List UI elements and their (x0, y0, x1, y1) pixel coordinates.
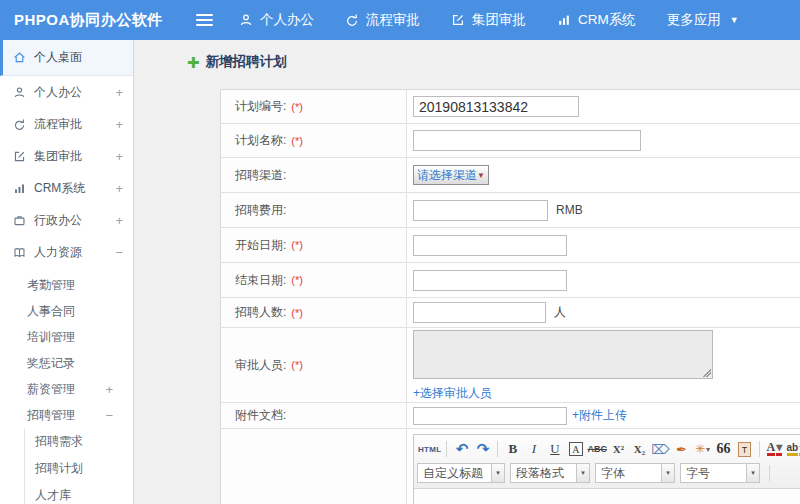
approvers-textarea[interactable] (413, 330, 713, 379)
highlight-color-button[interactable]: ab▾ (786, 440, 800, 459)
person-icon (239, 13, 253, 27)
form-row-plan-no: 计划编号: (*) (221, 90, 800, 124)
nav-crm-system[interactable]: CRM系统 (557, 11, 636, 29)
sidebar-item-training[interactable]: 培训管理 (0, 324, 133, 350)
expand-toggle[interactable]: + (105, 382, 113, 397)
undo-button[interactable]: ↶ (452, 440, 471, 459)
fee-unit: RMB (556, 203, 583, 217)
auto-typeset-button[interactable]: ✳▾ (693, 440, 712, 459)
editor-content-area[interactable] (414, 489, 800, 504)
sidebar-item-personal-office[interactable]: 个人办公 + (0, 76, 133, 108)
sidebar-item-crm[interactable]: CRM系统 + (0, 172, 133, 204)
font-family-dropdown[interactable]: 字体 ▾ (595, 463, 675, 483)
page-title: ✚ 新增招聘计划 (187, 53, 287, 71)
form-row-channel: 招聘渠道: 请选择渠道 ▼ (221, 158, 800, 193)
rich-text-editor: HTML ↶ ↷ B I U A ABC X² X₂ ⌦ (413, 434, 800, 504)
expand-toggle[interactable]: + (115, 181, 123, 196)
start-date-input[interactable] (413, 235, 567, 256)
nav-workflow-approval[interactable]: 流程审批 (345, 11, 420, 29)
form-row-plan-name: 计划名称: (*) (221, 124, 800, 158)
end-date-input[interactable] (413, 270, 567, 291)
plan-name-input[interactable] (413, 130, 641, 151)
required-mark: (*) (291, 239, 303, 251)
expand-toggle[interactable]: + (115, 85, 123, 100)
home-icon (13, 51, 26, 64)
chevron-down-icon: ▾ (491, 464, 504, 482)
sidebar-item-salary[interactable]: 薪资管理 + (0, 376, 133, 402)
form-row-end-date: 结束日期: (*) (221, 263, 800, 298)
top-nav: 个人办公 流程审批 集团审批 CRM系统 (239, 11, 770, 29)
sidebar-item-attendance[interactable]: 考勤管理 (0, 272, 133, 298)
sidebar-item-recruit-plan[interactable]: 招聘计划 (25, 455, 133, 482)
field-label: 招聘渠道: (235, 167, 286, 184)
workflow-icon (13, 118, 26, 131)
form-row-start-date: 开始日期: (*) (221, 228, 800, 263)
sidebar-item-recruitment[interactable]: 招聘管理 − (0, 402, 133, 428)
paragraph-format-dropdown[interactable]: 段落格式 ▾ (510, 463, 590, 483)
collapse-toggle[interactable]: − (115, 245, 123, 260)
underline-button[interactable]: U (545, 440, 564, 459)
app-logo: PHPOA协同办公软件 (0, 11, 182, 30)
required-mark: (*) (291, 101, 303, 113)
required-mark: (*) (291, 135, 303, 147)
edit-icon (13, 150, 26, 163)
sidebar-item-desktop[interactable]: 个人桌面 (0, 40, 133, 76)
hr-submenu: 考勤管理 人事合同 培训管理 奖惩记录 薪资管理 + 招聘管理 − 招聘需求 招… (0, 268, 133, 504)
sidebar-item-hr-contract[interactable]: 人事合同 (0, 298, 133, 324)
expand-toggle[interactable]: + (115, 117, 123, 132)
form-row-fee: 招聘费用: RMB (221, 193, 800, 228)
sidebar-item-group-approval[interactable]: 集团审批 + (0, 140, 133, 172)
field-label: 计划名称: (235, 132, 286, 149)
custom-title-dropdown[interactable]: 自定义标题 ▾ (417, 463, 505, 483)
chevron-down-icon: ▾ (776, 442, 782, 456)
superscript-button[interactable]: X² (609, 440, 628, 459)
source-code-button[interactable]: HTML (418, 440, 441, 459)
expand-toggle[interactable]: + (115, 149, 123, 164)
plan-no-input[interactable] (413, 96, 579, 117)
nav-personal-office[interactable]: 个人办公 (239, 11, 314, 29)
bar-chart-icon (13, 182, 26, 195)
strikethrough-button[interactable]: ABC (587, 440, 607, 459)
headcount-unit: 人 (554, 304, 566, 321)
sidebar-item-recruit-demand[interactable]: 招聘需求 (25, 428, 133, 455)
chevron-down-icon: ▼ (730, 15, 739, 25)
top-bar: PHPOA协同办公软件 个人办公 流程审批 (0, 0, 800, 40)
collapse-toggle[interactable]: − (105, 408, 113, 423)
expand-toggle[interactable]: + (115, 213, 123, 228)
eraser-button[interactable]: ⌦ (651, 440, 670, 459)
editor-toolbar: HTML ↶ ↷ B I U A ABC X² X₂ ⌦ (414, 435, 800, 489)
blockquote-button[interactable]: 66 (714, 440, 733, 459)
fee-input[interactable] (413, 200, 548, 221)
nav-more-apps[interactable]: 更多应用 ▼ (667, 11, 739, 29)
resize-grip-icon[interactable] (702, 368, 711, 377)
bold-button[interactable]: B (503, 440, 522, 459)
briefcase-icon (13, 214, 26, 227)
recruit-plan-form: 计划编号: (*) 计划名称: (*) 招聘渠道: 请选择渠道 (220, 89, 800, 504)
choose-approvers-link[interactable]: +选择审批人员 (413, 385, 492, 402)
sidebar-item-workflow-approval[interactable]: 流程审批 + (0, 108, 133, 140)
char-border-button[interactable]: A (566, 440, 585, 459)
sidebar-item-talent-pool[interactable]: 人才库 (25, 482, 133, 504)
chevron-down-icon: ▾ (746, 464, 759, 482)
channel-select[interactable]: 请选择渠道 ▼ (413, 165, 489, 185)
attachment-input[interactable] (413, 407, 567, 425)
sidebar-item-admin-office[interactable]: 行政办公 + (0, 204, 133, 236)
font-color-button[interactable]: A▾ (765, 440, 784, 459)
font-size-dropdown[interactable]: 字号 ▾ (680, 463, 760, 483)
paste-text-button[interactable]: T (735, 440, 754, 459)
redo-button[interactable]: ↷ (473, 440, 492, 459)
headcount-input[interactable] (413, 302, 546, 323)
sidebar-item-rewards[interactable]: 奖惩记录 (0, 350, 133, 376)
attachment-upload-link[interactable]: +附件上传 (572, 407, 627, 424)
select-caret-icon: ▼ (477, 171, 485, 180)
italic-button[interactable]: I (524, 440, 543, 459)
menu-toggle-icon[interactable] (196, 14, 213, 26)
chevron-down-icon: ▾ (706, 445, 710, 454)
subscript-button[interactable]: X₂ (630, 440, 649, 459)
form-row-headcount: 招聘人数: (*) 人 (221, 298, 800, 328)
nav-group-approval[interactable]: 集团审批 (451, 11, 526, 29)
format-brush-button[interactable]: ✒ (672, 440, 691, 459)
add-plus-icon: ✚ (187, 55, 200, 70)
sidebar-item-hr[interactable]: 人力资源 − (0, 236, 133, 268)
field-label: 招聘人数: (235, 304, 286, 321)
